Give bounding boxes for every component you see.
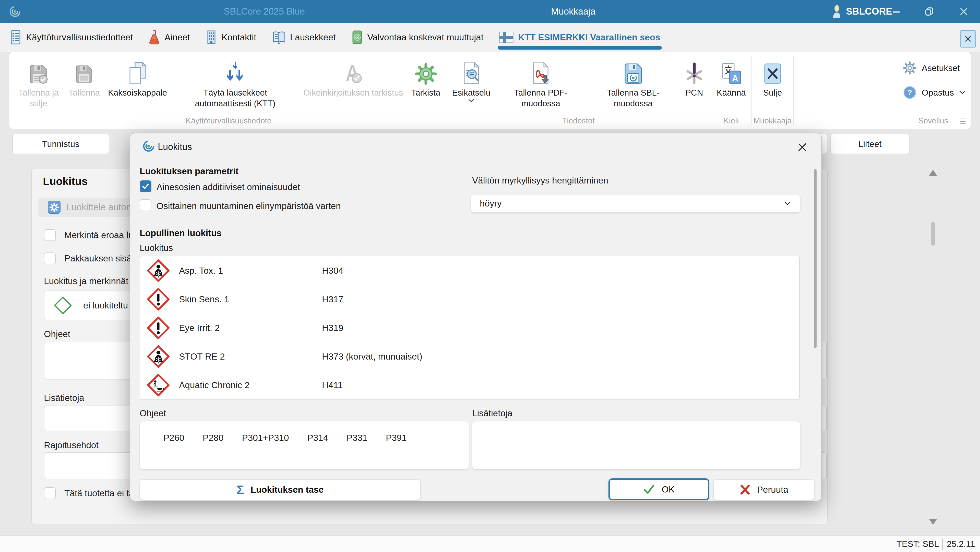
pdf-document-icon bbox=[531, 54, 551, 85]
settings-button[interactable]: Asetukset bbox=[900, 58, 966, 78]
ribbon-separator bbox=[711, 56, 711, 125]
button-label: Asetukset bbox=[921, 63, 959, 73]
classification-row[interactable]: Skin Sens. 1 H317 bbox=[140, 285, 799, 314]
green-check-icon bbox=[643, 484, 655, 495]
button-label: Käännä bbox=[717, 88, 746, 98]
package-content-checkbox[interactable] bbox=[44, 252, 56, 264]
classification-balance-button[interactable]: Σ Luokituksen tase bbox=[140, 479, 420, 500]
ribbon-options-icon[interactable]: ☰ bbox=[959, 117, 966, 126]
button-label: Kaksoiskappale bbox=[108, 88, 167, 98]
ghs08-health-hazard-icon bbox=[147, 345, 170, 368]
window-titlebar: SBLCore 2025 Blue Muokkaaja SBLCORE bbox=[0, 0, 980, 23]
close-editor-button[interactable]: Sulje bbox=[763, 54, 783, 98]
preview-button[interactable]: Esikatselu bbox=[452, 54, 490, 103]
ribbon-separator bbox=[751, 56, 752, 125]
scroll-down-arrow[interactable] bbox=[929, 519, 937, 525]
tab-aineet[interactable]: Aineet bbox=[149, 23, 190, 52]
tab-valvontaa-koskevat-muuttujat[interactable]: Valvontaa koskevat muuttujat bbox=[352, 23, 484, 52]
p-phrase[interactable]: P391 bbox=[386, 433, 407, 443]
close-window-button[interactable] bbox=[951, 0, 977, 23]
empty-diamond-icon bbox=[54, 296, 72, 314]
panel-title: Luokitus bbox=[43, 175, 88, 188]
p-phrase[interactable]: P301+P310 bbox=[242, 433, 289, 443]
hazard-phrase: H411 bbox=[322, 380, 343, 390]
instructions-label: Ohjeet bbox=[44, 329, 70, 339]
check-button[interactable]: Tarkista bbox=[411, 54, 441, 98]
label-differs-checkbox[interactable] bbox=[44, 229, 56, 241]
p-phrase[interactable]: P280 bbox=[203, 433, 224, 443]
section-tab-tunnistus[interactable]: Tunnistus bbox=[12, 134, 109, 154]
tab-kayttoturvallisuustiedotteet[interactable]: Käyttöturvallisuustiedotteet bbox=[10, 23, 133, 52]
params-heading: Luokituksen parametrit bbox=[140, 166, 239, 176]
user-avatar-icon bbox=[831, 5, 842, 18]
double-down-arrows-icon bbox=[224, 54, 247, 85]
classification-label: Luokitus bbox=[140, 243, 173, 253]
additive-properties-checkbox[interactable] bbox=[140, 180, 151, 192]
fill-phrases-automatically-button[interactable]: Täytä lausekkeet automaattisesti (KTT) bbox=[175, 54, 295, 109]
close-document-tab-button[interactable] bbox=[960, 30, 976, 48]
section-tab-liitteet[interactable]: Liiteet bbox=[830, 134, 910, 154]
duplicate-button[interactable]: Kaksoiskappale bbox=[108, 54, 167, 98]
labels-heading: Luokitus ja merkinnät bbox=[44, 276, 129, 286]
help-button[interactable]: ? Opastus bbox=[900, 82, 966, 103]
p-phrase[interactable]: P331 bbox=[347, 433, 368, 443]
divider bbox=[942, 538, 943, 550]
p-phrase[interactable]: P260 bbox=[164, 433, 185, 443]
dialog-close-button[interactable] bbox=[794, 139, 810, 155]
additional-info-textarea[interactable] bbox=[472, 421, 800, 469]
ribbon-group-kieli: A Käännä Kieli bbox=[713, 54, 750, 129]
blue-gear-icon bbox=[48, 201, 61, 214]
scroll-up-arrow[interactable] bbox=[929, 170, 937, 176]
ghs07-exclamation-icon bbox=[147, 288, 170, 311]
additional-info-label: Lisätietoja bbox=[44, 393, 84, 403]
user-account-button[interactable]: SBLCORE bbox=[831, 0, 892, 23]
inhalation-toxicity-select[interactable]: höyry bbox=[471, 194, 800, 213]
window-title: Muokkaaja bbox=[496, 0, 650, 23]
tab-label: Tunnistus bbox=[42, 139, 80, 149]
translate-button[interactable]: A Käännä bbox=[717, 54, 746, 98]
checkbox-label: Merkintä eroaa lu bbox=[64, 230, 133, 240]
classification-row[interactable]: Aquatic Chronic 2 H411 bbox=[140, 371, 799, 399]
dialog-scrollbar-thumb[interactable] bbox=[814, 169, 816, 348]
hazard-phrase: H373 (korvat, munuaiset) bbox=[322, 351, 422, 362]
green-gear-icon bbox=[415, 54, 437, 85]
tab-kontaktit[interactable]: Kontaktit bbox=[206, 23, 256, 52]
save-sbl-button[interactable]: Tallenna SBL-muodossa bbox=[591, 54, 675, 109]
classification-row[interactable]: STOT RE 2 H373 (korvat, munuaiset) bbox=[140, 342, 799, 371]
ghs08-health-hazard-icon bbox=[147, 259, 170, 282]
flask-icon bbox=[149, 30, 160, 45]
hazard-category: Skin Sens. 1 bbox=[179, 294, 229, 305]
tab-label: Lausekkeet bbox=[290, 32, 336, 42]
restore-button[interactable] bbox=[917, 0, 942, 23]
classification-row[interactable]: Eye Irrit. 2 H319 bbox=[140, 314, 799, 342]
status-bar: TEST: SBL 25.2.11 bbox=[0, 535, 980, 552]
main-scrollbar-thumb[interactable] bbox=[931, 222, 935, 246]
partial-transformation-checkbox[interactable] bbox=[140, 199, 151, 211]
p-phrases-box[interactable]: P260 P280 P301+P310 P314 P331 P391 bbox=[140, 421, 469, 469]
product-not-checkbox[interactable] bbox=[44, 487, 56, 499]
sblcore-logo-icon bbox=[142, 140, 155, 153]
spell-check-button[interactable]: Oikeinkirjoituksen tarkistus bbox=[303, 54, 403, 98]
divider bbox=[892, 538, 892, 550]
building-icon bbox=[206, 30, 217, 45]
not-classified-label: ei luokiteltu bbox=[83, 300, 128, 311]
hazard-category: Aquatic Chronic 2 bbox=[179, 380, 250, 390]
ok-button[interactable]: OK bbox=[608, 479, 710, 500]
question-mark-icon: ? bbox=[903, 86, 916, 99]
selected-value: höyry bbox=[480, 198, 502, 209]
minimize-button[interactable] bbox=[883, 0, 909, 23]
tab-document-active[interactable]: KTT ESIMERKKI Vaarallinen seos bbox=[499, 23, 660, 52]
save-button[interactable]: Tallenna bbox=[68, 54, 100, 98]
tab-label: KTT ESIMERKKI Vaarallinen seos bbox=[518, 32, 660, 42]
cancel-button[interactable]: Peruuta bbox=[713, 479, 815, 500]
tab-lausekkeet[interactable]: Lausekkeet bbox=[272, 23, 336, 52]
p-phrase[interactable]: P314 bbox=[307, 433, 328, 443]
classification-row[interactable]: Asp. Tox. 1 H304 bbox=[140, 256, 799, 285]
close-icon bbox=[959, 6, 969, 17]
save-pdf-button[interactable]: Tallenna PDF-muodossa bbox=[499, 54, 583, 109]
ribbon-group-label: Kieli bbox=[713, 115, 750, 129]
save-and-close-button[interactable]: Tallenna ja sulje bbox=[17, 54, 60, 109]
minimize-icon bbox=[891, 6, 901, 17]
pcn-button[interactable]: PCN bbox=[684, 54, 705, 98]
additional-info-label: Lisätietoja bbox=[472, 408, 512, 418]
